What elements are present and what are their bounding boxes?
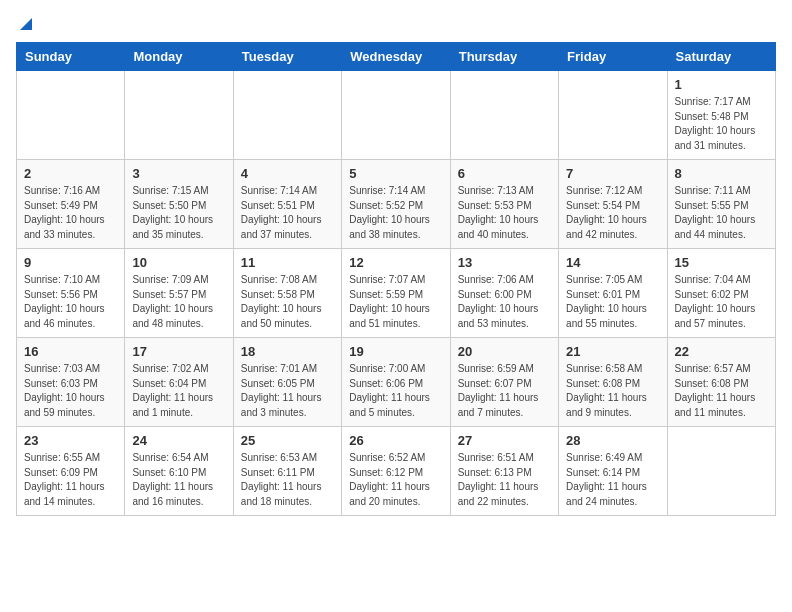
day-number: 6	[458, 166, 551, 181]
calendar-cell	[125, 71, 233, 160]
day-info: Sunrise: 7:16 AM Sunset: 5:49 PM Dayligh…	[24, 184, 117, 242]
calendar-cell: 26Sunrise: 6:52 AM Sunset: 6:12 PM Dayli…	[342, 427, 450, 516]
day-number: 7	[566, 166, 659, 181]
calendar-week-4: 16Sunrise: 7:03 AM Sunset: 6:03 PM Dayli…	[17, 338, 776, 427]
day-number: 14	[566, 255, 659, 270]
calendar-cell: 12Sunrise: 7:07 AM Sunset: 5:59 PM Dayli…	[342, 249, 450, 338]
day-header-monday: Monday	[125, 43, 233, 71]
day-header-wednesday: Wednesday	[342, 43, 450, 71]
day-info: Sunrise: 6:52 AM Sunset: 6:12 PM Dayligh…	[349, 451, 442, 509]
calendar-cell	[342, 71, 450, 160]
day-info: Sunrise: 6:51 AM Sunset: 6:13 PM Dayligh…	[458, 451, 551, 509]
day-info: Sunrise: 7:06 AM Sunset: 6:00 PM Dayligh…	[458, 273, 551, 331]
calendar-cell: 21Sunrise: 6:58 AM Sunset: 6:08 PM Dayli…	[559, 338, 667, 427]
calendar-cell: 23Sunrise: 6:55 AM Sunset: 6:09 PM Dayli…	[17, 427, 125, 516]
day-number: 24	[132, 433, 225, 448]
day-info: Sunrise: 7:03 AM Sunset: 6:03 PM Dayligh…	[24, 362, 117, 420]
calendar-cell: 18Sunrise: 7:01 AM Sunset: 6:05 PM Dayli…	[233, 338, 341, 427]
calendar-cell: 24Sunrise: 6:54 AM Sunset: 6:10 PM Dayli…	[125, 427, 233, 516]
calendar-cell	[450, 71, 558, 160]
day-number: 17	[132, 344, 225, 359]
calendar-cell: 9Sunrise: 7:10 AM Sunset: 5:56 PM Daylig…	[17, 249, 125, 338]
day-info: Sunrise: 6:53 AM Sunset: 6:11 PM Dayligh…	[241, 451, 334, 509]
day-number: 11	[241, 255, 334, 270]
day-number: 2	[24, 166, 117, 181]
day-info: Sunrise: 7:07 AM Sunset: 5:59 PM Dayligh…	[349, 273, 442, 331]
calendar-cell: 17Sunrise: 7:02 AM Sunset: 6:04 PM Dayli…	[125, 338, 233, 427]
calendar-cell: 10Sunrise: 7:09 AM Sunset: 5:57 PM Dayli…	[125, 249, 233, 338]
day-number: 23	[24, 433, 117, 448]
day-info: Sunrise: 7:00 AM Sunset: 6:06 PM Dayligh…	[349, 362, 442, 420]
day-info: Sunrise: 7:01 AM Sunset: 6:05 PM Dayligh…	[241, 362, 334, 420]
calendar-cell	[559, 71, 667, 160]
day-info: Sunrise: 6:58 AM Sunset: 6:08 PM Dayligh…	[566, 362, 659, 420]
day-number: 15	[675, 255, 768, 270]
calendar-cell: 8Sunrise: 7:11 AM Sunset: 5:55 PM Daylig…	[667, 160, 775, 249]
calendar-week-3: 9Sunrise: 7:10 AM Sunset: 5:56 PM Daylig…	[17, 249, 776, 338]
day-number: 13	[458, 255, 551, 270]
day-info: Sunrise: 7:14 AM Sunset: 5:51 PM Dayligh…	[241, 184, 334, 242]
calendar-cell: 16Sunrise: 7:03 AM Sunset: 6:03 PM Dayli…	[17, 338, 125, 427]
day-number: 20	[458, 344, 551, 359]
day-number: 8	[675, 166, 768, 181]
day-info: Sunrise: 7:12 AM Sunset: 5:54 PM Dayligh…	[566, 184, 659, 242]
day-info: Sunrise: 6:57 AM Sunset: 6:08 PM Dayligh…	[675, 362, 768, 420]
calendar-cell: 11Sunrise: 7:08 AM Sunset: 5:58 PM Dayli…	[233, 249, 341, 338]
svg-marker-0	[20, 18, 32, 30]
calendar-cell: 3Sunrise: 7:15 AM Sunset: 5:50 PM Daylig…	[125, 160, 233, 249]
day-info: Sunrise: 7:08 AM Sunset: 5:58 PM Dayligh…	[241, 273, 334, 331]
day-info: Sunrise: 7:11 AM Sunset: 5:55 PM Dayligh…	[675, 184, 768, 242]
page-header	[16, 16, 776, 32]
day-info: Sunrise: 6:54 AM Sunset: 6:10 PM Dayligh…	[132, 451, 225, 509]
day-info: Sunrise: 7:13 AM Sunset: 5:53 PM Dayligh…	[458, 184, 551, 242]
calendar-cell: 5Sunrise: 7:14 AM Sunset: 5:52 PM Daylig…	[342, 160, 450, 249]
calendar-cell	[17, 71, 125, 160]
calendar-cell: 2Sunrise: 7:16 AM Sunset: 5:49 PM Daylig…	[17, 160, 125, 249]
day-number: 27	[458, 433, 551, 448]
day-number: 26	[349, 433, 442, 448]
calendar-cell: 20Sunrise: 6:59 AM Sunset: 6:07 PM Dayli…	[450, 338, 558, 427]
day-info: Sunrise: 7:09 AM Sunset: 5:57 PM Dayligh…	[132, 273, 225, 331]
day-number: 22	[675, 344, 768, 359]
logo	[16, 16, 34, 32]
day-header-sunday: Sunday	[17, 43, 125, 71]
day-header-thursday: Thursday	[450, 43, 558, 71]
day-number: 18	[241, 344, 334, 359]
calendar-cell: 4Sunrise: 7:14 AM Sunset: 5:51 PM Daylig…	[233, 160, 341, 249]
calendar-cell: 25Sunrise: 6:53 AM Sunset: 6:11 PM Dayli…	[233, 427, 341, 516]
day-info: Sunrise: 7:14 AM Sunset: 5:52 PM Dayligh…	[349, 184, 442, 242]
day-header-tuesday: Tuesday	[233, 43, 341, 71]
calendar-cell: 27Sunrise: 6:51 AM Sunset: 6:13 PM Dayli…	[450, 427, 558, 516]
day-number: 3	[132, 166, 225, 181]
day-info: Sunrise: 7:17 AM Sunset: 5:48 PM Dayligh…	[675, 95, 768, 153]
day-header-friday: Friday	[559, 43, 667, 71]
day-header-saturday: Saturday	[667, 43, 775, 71]
day-info: Sunrise: 6:59 AM Sunset: 6:07 PM Dayligh…	[458, 362, 551, 420]
day-number: 28	[566, 433, 659, 448]
day-number: 5	[349, 166, 442, 181]
calendar-week-2: 2Sunrise: 7:16 AM Sunset: 5:49 PM Daylig…	[17, 160, 776, 249]
day-number: 10	[132, 255, 225, 270]
calendar-header-row: SundayMondayTuesdayWednesdayThursdayFrid…	[17, 43, 776, 71]
day-info: Sunrise: 7:04 AM Sunset: 6:02 PM Dayligh…	[675, 273, 768, 331]
day-info: Sunrise: 7:05 AM Sunset: 6:01 PM Dayligh…	[566, 273, 659, 331]
day-number: 16	[24, 344, 117, 359]
day-info: Sunrise: 7:10 AM Sunset: 5:56 PM Dayligh…	[24, 273, 117, 331]
calendar-cell: 28Sunrise: 6:49 AM Sunset: 6:14 PM Dayli…	[559, 427, 667, 516]
day-number: 21	[566, 344, 659, 359]
calendar-cell: 13Sunrise: 7:06 AM Sunset: 6:00 PM Dayli…	[450, 249, 558, 338]
calendar-cell: 14Sunrise: 7:05 AM Sunset: 6:01 PM Dayli…	[559, 249, 667, 338]
calendar-cell: 15Sunrise: 7:04 AM Sunset: 6:02 PM Dayli…	[667, 249, 775, 338]
calendar-cell	[667, 427, 775, 516]
day-number: 19	[349, 344, 442, 359]
day-info: Sunrise: 6:49 AM Sunset: 6:14 PM Dayligh…	[566, 451, 659, 509]
day-number: 9	[24, 255, 117, 270]
day-info: Sunrise: 7:02 AM Sunset: 6:04 PM Dayligh…	[132, 362, 225, 420]
calendar-week-5: 23Sunrise: 6:55 AM Sunset: 6:09 PM Dayli…	[17, 427, 776, 516]
logo-icon	[18, 16, 34, 32]
calendar-cell: 22Sunrise: 6:57 AM Sunset: 6:08 PM Dayli…	[667, 338, 775, 427]
day-number: 1	[675, 77, 768, 92]
day-number: 4	[241, 166, 334, 181]
calendar-cell: 19Sunrise: 7:00 AM Sunset: 6:06 PM Dayli…	[342, 338, 450, 427]
calendar-week-1: 1Sunrise: 7:17 AM Sunset: 5:48 PM Daylig…	[17, 71, 776, 160]
